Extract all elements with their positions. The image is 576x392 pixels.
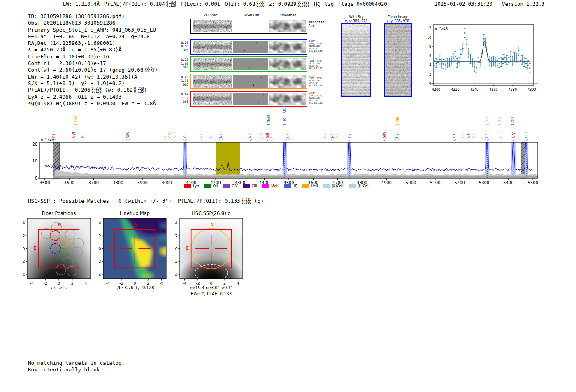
- header-metric: P(Lyα): 0.001: [181, 1, 220, 7]
- cutout-left-label: 0.081.71005: [173, 93, 188, 104]
- spectral-line-label: { SiIV: [126, 132, 130, 141]
- svg-text:4240: 4240: [470, 88, 478, 92]
- legend-label: CIV: [232, 184, 237, 188]
- legend-item: CIII: [243, 184, 257, 188]
- cutout-col-header: Pixel Flat: [244, 14, 259, 17]
- legend-label: HeII: [311, 184, 318, 188]
- info-line: LineFlux = 1.10(±0.33)e-16: [28, 53, 109, 60]
- spectral-line-label: { SiIV: [74, 116, 78, 125]
- cutout-left-label: 0.290.96005: [173, 41, 188, 52]
- svg-text:2: 2: [175, 234, 177, 238]
- svg-text:0: 0: [98, 246, 101, 251]
- cutout-left-label-line: 005: [173, 48, 188, 52]
- info-line: Obs: 20201118v013_3010591286: [28, 20, 158, 26]
- svg-text:4: 4: [237, 281, 239, 285]
- legend-label: MgII: [271, 184, 279, 188]
- svg-text:E: E: [110, 246, 112, 251]
- info-line: ID: 3010591286 (3010591286.pdf): [28, 13, 125, 19]
- svg-text:4000: 4000: [162, 181, 172, 185]
- svg-text:-2: -2: [21, 259, 25, 264]
- footer-notes: No matching targets in catalog.Row inten…: [28, 360, 125, 373]
- spectral-line-label: { CII: [453, 134, 456, 141]
- line-fit-zoom-plot: 024681012420042204240426042804300e⁻¹⁷x2Å: [428, 20, 572, 100]
- legend-label: OII: [213, 184, 218, 188]
- legend-swatch: [349, 184, 356, 188]
- panel-caption: s/b: 3.76 +/- 0.128: [115, 285, 154, 290]
- cutout-col-header: Smoothed: [280, 14, 297, 17]
- legend-item: Hζ: [284, 184, 297, 188]
- fiber-positions-panel: Fiber PositionsNE-4-4-2-2002244arcsecs: [16, 210, 99, 304]
- cutout-left-label-line: 006: [173, 65, 188, 69]
- svg-text:4900: 4900: [381, 181, 392, 185]
- spectral-line-label: { OII: [183, 133, 187, 141]
- detection-info-block: ID: 3010591286 (3010591286.pdf)Obs: 2020…: [28, 13, 158, 107]
- spectral-line-label: { SiIV: [383, 132, 386, 141]
- info-line-frac: 20.6820.67: [145, 67, 155, 73]
- legend-item: (K)CaII: [323, 184, 343, 188]
- lineflux-map-panel: Lineflux MapNE-4-4-2-2002244s/b: 3.76 +/…: [95, 210, 177, 304]
- cutout-image-flat: [233, 75, 268, 88]
- frac-bottom: 0.129: [166, 4, 176, 7]
- full-spectrum-plot: 3500360037003800390040004100420043004400…: [0, 106, 576, 188]
- spectral-line-label: { Hγ: [348, 133, 351, 141]
- header-metric: z: 0.09290.09290.0929: [269, 1, 310, 7]
- info-line: λ = 4250.73Å σ = 1.85(±0.83)Å: [28, 46, 158, 53]
- cutout-image-smooth: [269, 20, 306, 32]
- cutout-image-spec: [193, 41, 232, 53]
- svg-text:4: 4: [429, 63, 431, 67]
- header-metric: EW: 1.2±0.4Å: [63, 1, 100, 7]
- svg-text:4: 4: [85, 281, 87, 285]
- spectral-line-label: { CIV: [168, 132, 172, 141]
- cutout-left-label-line: 1.71: [173, 96, 188, 100]
- svg-text:3800: 3800: [113, 181, 123, 185]
- svg-text:4280: 4280: [509, 88, 517, 92]
- info-line: LyA z = 2.4966 OII z = 0.1403: [28, 94, 158, 100]
- svg-text:2: 2: [429, 73, 431, 77]
- spectral-line-label: { OVI: [72, 132, 76, 141]
- header-metric: z: 0.0929: [269, 1, 297, 7]
- info-line: λ = 4250.73Å σ = 1.85(±0.83)Å: [28, 46, 121, 53]
- cutout-image-smooth: [269, 58, 306, 70]
- header-metric: P(LAE)/P(OII): 0.184: [104, 1, 165, 7]
- info-line: S/N = 5.1(±0.3) χ² = 1.9(±0.2): [28, 80, 158, 87]
- spectral-line-label: { OIII: [498, 117, 502, 125]
- svg-text:12: 12: [428, 26, 431, 30]
- cutout-image-flat: [233, 93, 268, 105]
- svg-text:2: 2: [98, 234, 101, 238]
- info-line: ): [155, 67, 158, 73]
- header-metric: lzg: [325, 1, 334, 7]
- svg-text:4200: 4200: [432, 88, 440, 92]
- footer-line: Row intentionally blank.: [28, 366, 125, 373]
- report-datetime: 2025-01-02 03:31:20: [434, 1, 492, 7]
- spectral-line-label: { NeIII: [209, 130, 213, 141]
- info-line: RA,Dec (14.225963,-1.698001): [28, 40, 115, 46]
- spectral-line-label: { OII: [164, 133, 168, 141]
- header-right: 2025-01-02 03:31:20 Version 1.22.3: [434, 1, 545, 7]
- legend-swatch: [323, 184, 330, 188]
- svg-text:4: 4: [175, 220, 177, 225]
- info-line: Obs: 20201118v013_3010591286: [28, 20, 115, 26]
- spectral-line-label: { HeII: [81, 132, 85, 141]
- svg-text:-2: -2: [196, 281, 200, 285]
- header-metrics: EW: 1.2±0.4ÅP(LAE)/P(OII): 0.1840.2640.1…: [63, 1, 392, 7]
- header-metric: Q(z): 0.68: [225, 1, 255, 7]
- spectral-line-label: { Hγ: [335, 133, 339, 141]
- svg-text:E: E: [34, 246, 36, 251]
- legend-swatch: [223, 184, 230, 188]
- cutout-left-label: 0.201.31005: [173, 75, 188, 86]
- spectral-line-label: { Hδ: [260, 133, 264, 141]
- header-metric: Flags:0x00004020: [338, 1, 387, 7]
- svg-text:3900: 3900: [137, 181, 147, 185]
- svg-text:10: 10: [428, 36, 431, 39]
- svg-text:-2: -2: [174, 259, 177, 264]
- cutout-left-label-line: 1.31: [173, 79, 188, 83]
- spectral-line-label: { CIII: [467, 133, 471, 141]
- clean-title: Clean Image x, y: 385, 978: [387, 15, 409, 23]
- weighted-sum-label: WeightedSum: [309, 21, 325, 28]
- svg-text:3600: 3600: [64, 181, 74, 185]
- cutout-image-spec: [193, 75, 232, 88]
- info-line: F=1.9" T=0.169 N=1.12 A=0.74 g=24.8: [28, 33, 150, 39]
- header-metric-frac: 0.2640.129: [166, 1, 176, 7]
- legend-label: CIII: [252, 184, 257, 188]
- svg-text:N: N: [58, 222, 61, 227]
